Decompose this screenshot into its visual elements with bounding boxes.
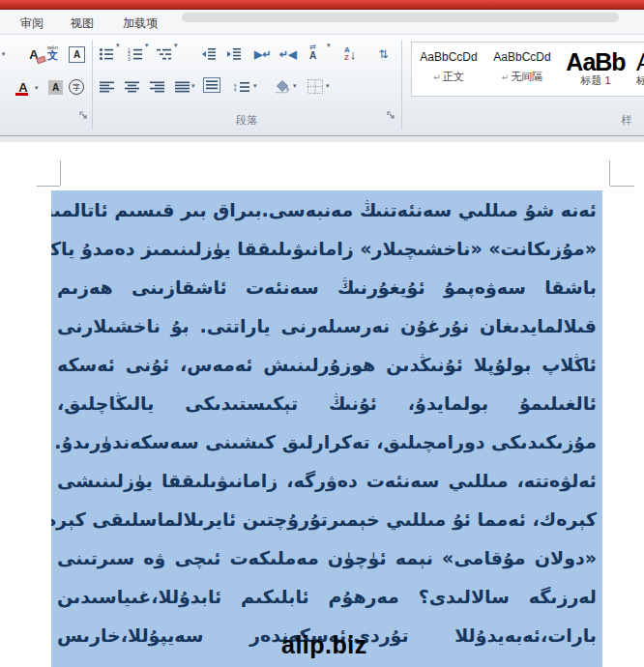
font-color-dropdown[interactable]: ▾: [35, 84, 39, 92]
change-case-button[interactable]: a ▾: [0, 44, 5, 64]
enclose-character-icon: 字: [69, 79, 84, 95]
shading-button[interactable]: [274, 76, 291, 96]
dialog-launcher-icon: [387, 111, 396, 121]
align-right-button[interactable]: [150, 77, 165, 97]
numbering-icon: 1 2 3: [128, 47, 143, 61]
watermark: alip.biz: [281, 631, 367, 659]
style-heading2-partial[interactable]: Aa 标: [632, 43, 644, 96]
bullets-dropdown[interactable]: ▾: [116, 42, 120, 49]
tab-review[interactable]: 审阅: [14, 13, 50, 35]
style-preview: AaBbCcDd: [412, 50, 485, 64]
style-preview: AaBb: [559, 50, 632, 73]
document-text-line[interactable]: ئەلۋەتتە، مىللىي سەنئەت دەۋرگە، زامانىۋى…: [51, 461, 602, 500]
crop-mark-left-horizontal: [37, 186, 60, 187]
align-left-button[interactable]: [100, 77, 115, 97]
multilevel-list-button[interactable]: [157, 44, 172, 64]
sort-arrow-icon: ↓: [350, 47, 357, 62]
align-right-icon: [150, 81, 165, 93]
crop-mark-left-vertical: [60, 160, 61, 186]
asian-layout-button[interactable]: ⇄ A: [309, 43, 316, 62]
titlebar: [0, 0, 644, 10]
document-text-line[interactable]: ئاڭلاپ بولۇپلا ئۇنىڭدىن ھوزۇرلىنىش ئەمەس…: [51, 345, 602, 384]
titlebar-artifact: [182, 13, 619, 22]
left-to-right-icon: ▶↵: [254, 48, 272, 61]
line-spacing-arrow-icon: ↕: [232, 80, 238, 94]
document-text-line[interactable]: قىلالمايدىغان نۇرغۇن نەرسىلەرنى ياراتتى.…: [51, 306, 602, 345]
paint-bucket-icon: [274, 79, 291, 94]
style-preview: Aa: [636, 50, 644, 73]
document-text-line[interactable]: كېرەك، ئەمما ئۇ مىللىي خېمىرتۇرۇچتىن ئاي…: [51, 500, 602, 538]
word-window: 审阅 视图 加载项 a ▾ A wén 文 A ▾ A: [0, 0, 644, 667]
character-shading-button[interactable]: A: [48, 77, 63, 97]
bullets-button[interactable]: [99, 44, 114, 64]
document-text-line[interactable]: باشقا سەۋەپمۇ ئۇيغۇرنىڭ سەنئەت ئاشقازىنى…: [51, 268, 602, 306]
multilevel-list-icon: [157, 47, 172, 61]
borders-button[interactable]: [307, 76, 323, 96]
eraser-icon: [36, 56, 46, 65]
phonetic-guide-icon: wén 文: [47, 44, 58, 61]
show-marks-icon: ⇄: [377, 49, 391, 59]
align-center-icon: [125, 81, 140, 93]
document-text-line[interactable]: لەرزىگە سالالىدى؟ مەرھۇم ئابلىكىم ئابدۇل…: [51, 577, 602, 616]
line-spacing-button[interactable]: ↕: [232, 77, 250, 97]
character-border-button[interactable]: A: [69, 44, 85, 64]
styles-group-label: 样: [615, 113, 638, 128]
style-normal[interactable]: AaBbCcDd ↵正文: [412, 43, 485, 96]
style-heading1[interactable]: AaBb 标题 1: [559, 43, 632, 96]
crop-mark-right-horizontal: [610, 186, 634, 187]
tab-addins[interactable]: 加载项: [116, 13, 164, 35]
style-name: ↵正文: [412, 70, 485, 84]
phonetic-guide-button[interactable]: wén 文: [47, 43, 58, 62]
style-name: 标: [636, 73, 644, 88]
font-dialog-launcher[interactable]: [79, 111, 89, 121]
borders-dropdown[interactable]: ▾: [326, 82, 330, 90]
svg-text:3: 3: [128, 56, 131, 62]
bullets-icon: [99, 47, 114, 61]
distribute-icon: [203, 77, 220, 93]
justify-icon: [175, 81, 190, 93]
shading-dropdown[interactable]: ▾: [293, 82, 297, 90]
enclose-character-button[interactable]: 字: [69, 77, 84, 97]
distribute-button[interactable]: [203, 75, 220, 95]
tab-view[interactable]: 视图: [64, 13, 101, 35]
asian-layout-dropdown[interactable]: ▾: [327, 42, 331, 49]
crop-mark-right-vertical: [609, 160, 610, 186]
line-spacing-dropdown[interactable]: ▾: [253, 82, 257, 90]
multilevel-list-dropdown[interactable]: ▾: [174, 42, 178, 49]
character-shading-icon: A: [48, 80, 63, 95]
paragraph-group-label: 段落: [92, 113, 401, 128]
style-name: 标题 1: [559, 73, 632, 88]
chevron-down-icon: ▾: [2, 50, 6, 58]
styles-gallery: AaBbCcDd ↵正文 AaBbCcDd ↵无间隔 AaBb 标题 1 Aa …: [411, 42, 644, 97]
character-border-icon: A: [69, 46, 85, 63]
style-no-spacing[interactable]: AaBbCcDd ↵无间隔: [485, 43, 559, 96]
document-text-line[interactable]: مۇزىكىدىكى دورامچىلىق، تەكرارلىق كىشىنى …: [51, 422, 602, 461]
sort-button[interactable]: A Z ↓: [344, 44, 356, 64]
document-text-line[interactable]: ئەنە شۇ مىللىي سەنئەتنىڭ مەنبەسى.بىراق ب…: [51, 190, 602, 229]
clear-formatting-button[interactable]: A: [23, 44, 44, 64]
numbering-dropdown[interactable]: ▾: [145, 42, 149, 49]
increase-indent-icon: [226, 47, 242, 61]
font-color-button[interactable]: A: [14, 77, 33, 97]
right-to-left-button[interactable]: ↵◀: [279, 44, 297, 64]
font-color-bar-icon: [15, 93, 28, 96]
document-text-line[interactable]: «مۇزىكانت» «ناخشىچىلار» زامانىۋىلىققا يۈ…: [51, 229, 602, 268]
increase-indent-button[interactable]: [226, 44, 242, 64]
selected-text-block[interactable]: ئەنە شۇ مىللىي سەنئەتنىڭ مەنبەسى.بىراق ب…: [51, 190, 602, 667]
ribbon: a ▾ A wén 文 A ▾ A ▾ A 字: [0, 34, 644, 136]
line-spacing-icon: [240, 81, 250, 93]
show-marks-button[interactable]: ⇄: [379, 44, 389, 64]
decrease-indent-icon: [201, 47, 217, 61]
dialog-launcher-icon: [79, 111, 89, 121]
justify-dropdown[interactable]: ▾: [191, 82, 195, 90]
document-text-line[interactable]: ئالغىلىمۇ بولمايدۇ، ئۇنىڭ تېكىستىدىكى يا…: [51, 384, 602, 422]
paragraph-dialog-launcher[interactable]: [387, 111, 396, 121]
align-center-button[interactable]: [125, 77, 140, 97]
decrease-indent-button[interactable]: [201, 44, 217, 64]
align-left-icon: [100, 81, 115, 93]
document-text-line[interactable]: «دولان مۇقامى» نېمە ئۈچۈن مەملىكەت ئىچى …: [51, 538, 602, 577]
justify-button[interactable]: [175, 77, 190, 97]
left-to-right-button[interactable]: ▶↵: [254, 44, 272, 64]
numbering-button[interactable]: 1 2 3: [128, 44, 143, 64]
right-to-left-icon: ↵◀: [279, 48, 297, 61]
